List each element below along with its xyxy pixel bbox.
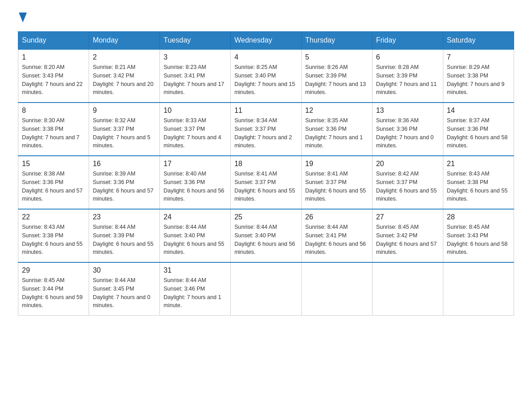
day-info: Sunrise: 8:44 AMSunset: 3:46 PMDaylight:… <box>163 276 227 310</box>
day-info: Sunrise: 8:45 AMSunset: 3:42 PMDaylight:… <box>376 223 439 257</box>
calendar-cell: 27 Sunrise: 8:45 AMSunset: 3:42 PMDaylig… <box>372 209 443 262</box>
calendar-cell: 4 Sunrise: 8:25 AMSunset: 3:40 PMDayligh… <box>231 49 301 103</box>
day-info: Sunrise: 8:23 AMSunset: 3:41 PMDaylight:… <box>163 63 227 97</box>
day-number: 26 <box>305 213 369 221</box>
day-info: Sunrise: 8:32 AMSunset: 3:37 PMDaylight:… <box>93 116 156 150</box>
weekday-header-saturday: Saturday <box>443 32 514 50</box>
calendar-cell: 25 Sunrise: 8:44 AMSunset: 3:40 PMDaylig… <box>231 209 301 262</box>
day-info: Sunrise: 8:26 AMSunset: 3:39 PMDaylight:… <box>305 63 369 97</box>
week-row-2: 8 Sunrise: 8:30 AMSunset: 3:38 PMDayligh… <box>18 103 514 156</box>
day-number: 22 <box>22 213 85 221</box>
day-info: Sunrise: 8:33 AMSunset: 3:37 PMDaylight:… <box>163 116 227 150</box>
calendar-cell: 12 Sunrise: 8:35 AMSunset: 3:36 PMDaylig… <box>301 103 372 156</box>
day-info: Sunrise: 8:28 AMSunset: 3:39 PMDaylight:… <box>376 63 439 97</box>
day-number: 7 <box>447 53 510 61</box>
day-info: Sunrise: 8:21 AMSunset: 3:42 PMDaylight:… <box>93 63 156 97</box>
svg-marker-0 <box>19 13 27 22</box>
calendar-cell <box>301 262 372 316</box>
day-number: 11 <box>234 107 297 115</box>
calendar-cell: 20 Sunrise: 8:42 AMSunset: 3:37 PMDaylig… <box>372 156 443 209</box>
day-number: 1 <box>22 53 85 61</box>
day-number: 21 <box>447 160 510 168</box>
day-info: Sunrise: 8:44 AMSunset: 3:45 PMDaylight:… <box>93 276 156 310</box>
calendar-cell: 18 Sunrise: 8:41 AMSunset: 3:37 PMDaylig… <box>231 156 301 209</box>
day-number: 13 <box>376 107 439 115</box>
day-info: Sunrise: 8:40 AMSunset: 3:36 PMDaylight:… <box>163 170 227 203</box>
day-info: Sunrise: 8:39 AMSunset: 3:36 PMDaylight:… <box>93 170 156 203</box>
calendar-cell: 15 Sunrise: 8:38 AMSunset: 3:36 PMDaylig… <box>18 156 89 209</box>
day-number: 23 <box>93 213 156 221</box>
logo-triangle-icon <box>19 13 27 22</box>
day-info: Sunrise: 8:41 AMSunset: 3:37 PMDaylight:… <box>234 170 297 203</box>
day-number: 2 <box>93 53 156 61</box>
day-info: Sunrise: 8:25 AMSunset: 3:40 PMDaylight:… <box>234 63 297 97</box>
day-info: Sunrise: 8:44 AMSunset: 3:40 PMDaylight:… <box>163 223 227 257</box>
calendar-cell: 24 Sunrise: 8:44 AMSunset: 3:40 PMDaylig… <box>160 209 231 262</box>
day-number: 8 <box>22 107 85 115</box>
calendar-cell: 11 Sunrise: 8:34 AMSunset: 3:37 PMDaylig… <box>231 103 301 156</box>
day-number: 20 <box>376 160 439 168</box>
day-number: 29 <box>22 266 85 274</box>
day-info: Sunrise: 8:35 AMSunset: 3:36 PMDaylight:… <box>305 116 369 150</box>
day-number: 5 <box>305 53 369 61</box>
day-info: Sunrise: 8:29 AMSunset: 3:38 PMDaylight:… <box>447 63 510 97</box>
day-info: Sunrise: 8:37 AMSunset: 3:36 PMDaylight:… <box>447 116 510 150</box>
calendar-table: SundayMondayTuesdayWednesdayThursdayFrid… <box>18 31 514 316</box>
calendar-cell: 26 Sunrise: 8:44 AMSunset: 3:41 PMDaylig… <box>301 209 372 262</box>
day-info: Sunrise: 8:43 AMSunset: 3:38 PMDaylight:… <box>22 223 85 257</box>
day-info: Sunrise: 8:30 AMSunset: 3:38 PMDaylight:… <box>22 116 85 150</box>
day-number: 19 <box>305 160 369 168</box>
week-row-4: 22 Sunrise: 8:43 AMSunset: 3:38 PMDaylig… <box>18 209 514 262</box>
day-info: Sunrise: 8:42 AMSunset: 3:37 PMDaylight:… <box>376 170 439 203</box>
calendar-cell: 8 Sunrise: 8:30 AMSunset: 3:38 PMDayligh… <box>18 103 89 156</box>
day-info: Sunrise: 8:44 AMSunset: 3:40 PMDaylight:… <box>234 223 297 257</box>
calendar-cell: 13 Sunrise: 8:36 AMSunset: 3:36 PMDaylig… <box>372 103 443 156</box>
calendar-cell <box>372 262 443 316</box>
day-info: Sunrise: 8:44 AMSunset: 3:41 PMDaylight:… <box>305 223 369 257</box>
calendar-cell: 31 Sunrise: 8:44 AMSunset: 3:46 PMDaylig… <box>160 262 231 316</box>
day-number: 4 <box>234 53 297 61</box>
day-number: 28 <box>447 213 510 221</box>
day-number: 27 <box>376 213 439 221</box>
weekday-header-monday: Monday <box>89 32 160 50</box>
calendar-cell: 17 Sunrise: 8:40 AMSunset: 3:36 PMDaylig… <box>160 156 231 209</box>
day-info: Sunrise: 8:38 AMSunset: 3:36 PMDaylight:… <box>22 170 85 203</box>
day-info: Sunrise: 8:34 AMSunset: 3:37 PMDaylight:… <box>234 116 297 150</box>
calendar-cell: 5 Sunrise: 8:26 AMSunset: 3:39 PMDayligh… <box>301 49 372 103</box>
day-number: 6 <box>376 53 439 61</box>
week-row-5: 29 Sunrise: 8:45 AMSunset: 3:44 PMDaylig… <box>18 262 514 316</box>
day-number: 24 <box>163 213 227 221</box>
calendar-cell: 6 Sunrise: 8:28 AMSunset: 3:39 PMDayligh… <box>372 49 443 103</box>
calendar-cell: 10 Sunrise: 8:33 AMSunset: 3:37 PMDaylig… <box>160 103 231 156</box>
calendar-cell: 1 Sunrise: 8:20 AMSunset: 3:43 PMDayligh… <box>18 49 89 103</box>
calendar-cell: 30 Sunrise: 8:44 AMSunset: 3:45 PMDaylig… <box>89 262 160 316</box>
day-number: 30 <box>93 266 156 274</box>
day-info: Sunrise: 8:36 AMSunset: 3:36 PMDaylight:… <box>376 116 439 150</box>
calendar-cell: 14 Sunrise: 8:37 AMSunset: 3:36 PMDaylig… <box>443 103 514 156</box>
page-header <box>18 13 514 22</box>
weekday-header-wednesday: Wednesday <box>231 32 301 50</box>
week-row-1: 1 Sunrise: 8:20 AMSunset: 3:43 PMDayligh… <box>18 49 514 103</box>
weekday-header-row: SundayMondayTuesdayWednesdayThursdayFrid… <box>18 32 514 50</box>
day-info: Sunrise: 8:43 AMSunset: 3:38 PMDaylight:… <box>447 170 510 203</box>
day-number: 17 <box>163 160 227 168</box>
day-number: 9 <box>93 107 156 115</box>
day-number: 31 <box>163 266 227 274</box>
day-info: Sunrise: 8:44 AMSunset: 3:39 PMDaylight:… <box>93 223 156 257</box>
calendar-cell: 29 Sunrise: 8:45 AMSunset: 3:44 PMDaylig… <box>18 262 89 316</box>
day-number: 16 <box>93 160 156 168</box>
calendar-cell: 9 Sunrise: 8:32 AMSunset: 3:37 PMDayligh… <box>89 103 160 156</box>
calendar-cell: 19 Sunrise: 8:41 AMSunset: 3:37 PMDaylig… <box>301 156 372 209</box>
week-row-3: 15 Sunrise: 8:38 AMSunset: 3:36 PMDaylig… <box>18 156 514 209</box>
calendar-cell: 2 Sunrise: 8:21 AMSunset: 3:42 PMDayligh… <box>89 49 160 103</box>
day-number: 15 <box>22 160 85 168</box>
day-info: Sunrise: 8:41 AMSunset: 3:37 PMDaylight:… <box>305 170 369 203</box>
logo <box>18 13 27 22</box>
day-number: 10 <box>163 107 227 115</box>
calendar-cell <box>231 262 301 316</box>
calendar-cell: 21 Sunrise: 8:43 AMSunset: 3:38 PMDaylig… <box>443 156 514 209</box>
weekday-header-tuesday: Tuesday <box>160 32 231 50</box>
day-number: 14 <box>447 107 510 115</box>
weekday-header-friday: Friday <box>372 32 443 50</box>
calendar-cell: 16 Sunrise: 8:39 AMSunset: 3:36 PMDaylig… <box>89 156 160 209</box>
